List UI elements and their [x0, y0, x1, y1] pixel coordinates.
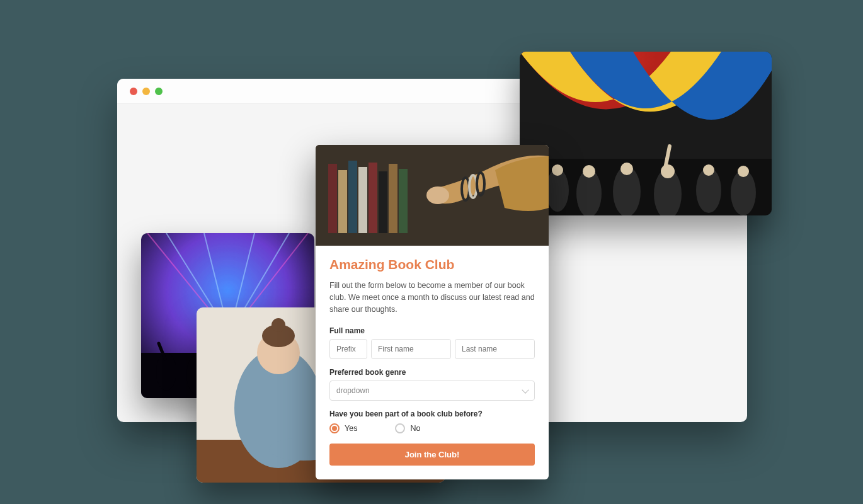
window-maximize-icon[interactable] — [155, 88, 163, 95]
prior-club-label: Have you been part of a book club before… — [329, 410, 535, 418]
radio-no-icon — [395, 423, 405, 433]
svg-rect-48 — [389, 164, 397, 233]
form-hero-image — [316, 145, 549, 246]
genre-select-value: dropdown — [336, 386, 370, 395]
svg-rect-49 — [399, 169, 408, 233]
svg-point-9 — [583, 165, 595, 178]
signup-form-card: Amazing Book Club Fill out the form belo… — [316, 145, 549, 479]
svg-point-13 — [738, 166, 749, 177]
radio-no[interactable]: No — [395, 423, 420, 433]
radio-no-label: No — [410, 424, 420, 433]
radio-yes[interactable]: Yes — [329, 423, 357, 433]
prefix-input[interactable] — [329, 339, 367, 359]
form-title: Amazing Book Club — [329, 257, 535, 272]
window-close-icon[interactable] — [130, 88, 137, 95]
genre-select[interactable]: dropdown — [329, 381, 535, 401]
firstname-input[interactable] — [371, 339, 451, 359]
chevron-down-icon — [522, 386, 529, 393]
hero-image-rainbow-flag — [520, 52, 772, 215]
svg-point-35 — [271, 318, 285, 332]
form-description: Fill out the form below to become a memb… — [329, 280, 535, 315]
genre-label: Preferred book genre — [329, 368, 535, 377]
lastname-input[interactable] — [455, 339, 535, 359]
radio-yes-label: Yes — [345, 424, 357, 433]
svg-rect-47 — [379, 171, 387, 233]
svg-rect-43 — [338, 170, 347, 233]
submit-button[interactable]: Join the Club! — [329, 444, 535, 466]
svg-rect-45 — [358, 167, 367, 233]
fullname-label: Full name — [329, 326, 535, 335]
svg-point-50 — [426, 186, 449, 204]
window-minimize-icon[interactable] — [142, 88, 150, 95]
svg-rect-44 — [348, 161, 357, 233]
svg-point-8 — [552, 164, 563, 176]
radio-yes-icon — [329, 423, 340, 433]
svg-point-10 — [620, 163, 633, 175]
svg-rect-42 — [328, 164, 337, 233]
svg-point-12 — [703, 164, 714, 176]
svg-rect-46 — [369, 163, 377, 233]
